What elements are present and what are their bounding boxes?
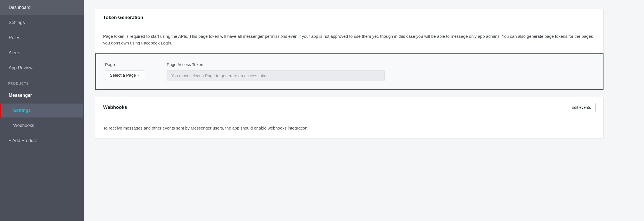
page-label: Page (105, 62, 144, 67)
token-generation-description: Page token is required to start using th… (95, 26, 603, 53)
sidebar-item-app-review[interactable]: App Review (0, 60, 84, 76)
sidebar-item-dashboard[interactable]: Dashboard (0, 0, 84, 15)
sidebar-item-label: Roles (9, 35, 20, 40)
sidebar-item-label: + Add Product (9, 138, 37, 143)
page-column: Page Select a Page ▾ (105, 62, 144, 80)
sidebar-item-messenger[interactable]: Messenger (0, 88, 84, 103)
chevron-down-icon: ▾ (138, 74, 139, 77)
sidebar-products-label: PRODUCTS (0, 76, 84, 88)
sidebar-item-label: Settings (13, 108, 31, 113)
sidebar: Dashboard Settings Roles Alerts App Revi… (0, 0, 84, 221)
sidebar-item-label: Messenger (9, 93, 32, 98)
token-generation-section: Token Generation Page token is required … (95, 9, 604, 90)
page-access-token-label: Page Access Token (167, 62, 594, 67)
sidebar-item-alerts[interactable]: Alerts (0, 45, 84, 60)
webhooks-body: To receive messages and other events sen… (95, 118, 603, 138)
page-access-token-column: Page Access Token You must select a Page… (167, 62, 594, 81)
sidebar-item-roles[interactable]: Roles (0, 30, 84, 45)
webhooks-header: Webhooks Edit events (95, 97, 603, 118)
token-generation-title: Token Generation (103, 15, 143, 20)
sidebar-item-webhooks[interactable]: Webhooks (0, 118, 84, 133)
sidebar-item-label: App Review (9, 65, 32, 70)
token-access-token-field: You must select a Page to generate an ac… (167, 70, 385, 81)
token-generation-box: Page Select a Page ▾ Page Access Token Y… (95, 53, 603, 90)
sidebar-item-label: Dashboard (9, 5, 30, 10)
sidebar-item-settings[interactable]: Settings (0, 15, 84, 30)
select-page-button-label: Select a Page (110, 73, 136, 77)
edit-events-button[interactable]: Edit events (567, 103, 596, 112)
sidebar-item-add-product[interactable]: + Add Product (0, 133, 84, 148)
select-page-button[interactable]: Select a Page ▾ (105, 70, 144, 80)
sidebar-item-settings-sub[interactable]: Settings (0, 103, 84, 118)
token-generation-header: Token Generation (95, 9, 603, 26)
sidebar-item-label: Settings (9, 20, 25, 25)
sidebar-item-label: Alerts (9, 50, 20, 55)
main-content: Token Generation Page token is required … (84, 0, 644, 221)
sidebar-item-label: Webhooks (13, 123, 34, 128)
webhooks-section: Webhooks Edit events To receive messages… (95, 97, 604, 138)
webhooks-title: Webhooks (103, 105, 127, 110)
